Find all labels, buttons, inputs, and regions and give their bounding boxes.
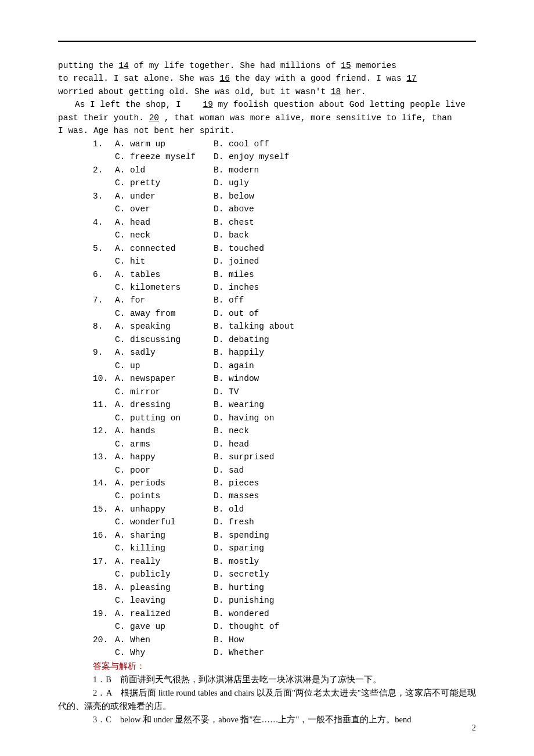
question-row-second: C. prettyD. ugly bbox=[93, 177, 476, 189]
option-a: A. speaking bbox=[115, 320, 214, 333]
option-d: D. having on bbox=[214, 412, 274, 424]
option-b: B. cool off bbox=[214, 138, 269, 150]
option-d: D. again bbox=[214, 359, 254, 372]
question-number: 12. bbox=[93, 424, 115, 437]
answer-explanation-1: 1．B 前面讲到天气很热，到冰淇淋店里去吃一块冰淇淋是为了凉快一下。 bbox=[58, 673, 476, 686]
option-b: B. How bbox=[214, 633, 244, 646]
question-row-second: C. putting onD. having on bbox=[93, 412, 476, 424]
option-b: B. off bbox=[214, 294, 244, 307]
option-b: B. window bbox=[214, 372, 259, 385]
blank-15: 15 bbox=[341, 59, 351, 72]
document-page: putting the 14 of my life together. She … bbox=[0, 0, 534, 756]
passage-line-2: to recall. I sat alone. She was 16 the d… bbox=[58, 72, 476, 85]
passage-text: , that woman was more alive, more sensit… bbox=[164, 113, 452, 123]
option-d: D. masses bbox=[214, 489, 259, 502]
question-row-second: C. WhyD. Whether bbox=[93, 646, 476, 659]
option-b: B. mostly bbox=[214, 555, 259, 568]
option-c: C. hit bbox=[115, 255, 214, 268]
option-a: A. under bbox=[115, 190, 214, 203]
option-b: B. happily bbox=[214, 346, 264, 359]
option-a: A. head bbox=[115, 216, 214, 229]
option-b: B. surprised bbox=[214, 451, 274, 463]
option-c: C. leaving bbox=[115, 594, 214, 607]
question-row-second: C. killingD. sparing bbox=[93, 542, 476, 555]
option-c: C. publicly bbox=[115, 568, 214, 581]
question-number: 19. bbox=[93, 607, 115, 620]
question-row: 13.A. happyB. surprised bbox=[93, 451, 476, 463]
blank-16: 16 bbox=[219, 72, 229, 85]
question-row-second: C. gave upD. thought of bbox=[93, 620, 476, 633]
question-number: 16. bbox=[93, 529, 115, 542]
question-row: 6.A. tablesB. miles bbox=[93, 268, 476, 281]
answer-explanation-2: 2．A 根据后面 little round tables and chairs … bbox=[58, 686, 476, 713]
option-c: C. putting on bbox=[115, 412, 214, 424]
blank-18: 18 bbox=[331, 85, 341, 98]
option-c: C. Why bbox=[115, 646, 214, 659]
question-row: 14.A. periodsB. pieces bbox=[93, 477, 476, 489]
passage-text: past their youth. bbox=[58, 113, 149, 123]
option-d: D. TV bbox=[214, 386, 239, 398]
question-number: 4. bbox=[93, 216, 115, 229]
option-b: B. miles bbox=[214, 268, 254, 281]
question-number: 13. bbox=[93, 451, 115, 463]
option-d: D. above bbox=[214, 203, 254, 215]
question-row: 8.A. speakingB. talking about bbox=[93, 320, 476, 333]
question-number: 6. bbox=[93, 268, 115, 281]
question-number: 20. bbox=[93, 633, 115, 646]
option-c: C. mirror bbox=[115, 386, 214, 398]
option-c: C. killing bbox=[115, 542, 214, 555]
passage-text: the day with a good friend. I was bbox=[235, 74, 407, 83]
option-a: A. sadly bbox=[115, 346, 214, 359]
option-d: D. sparing bbox=[214, 542, 264, 555]
question-row: 18.A. pleasingB. hurting bbox=[93, 581, 476, 594]
passage-text: her. bbox=[346, 87, 366, 96]
option-b: B. touched bbox=[214, 242, 264, 255]
option-b: B. pieces bbox=[214, 477, 259, 489]
passage-text: memories bbox=[356, 61, 396, 70]
question-row-second: C. pointsD. masses bbox=[93, 489, 476, 502]
question-row: 17.A. reallyB. mostly bbox=[93, 555, 476, 568]
question-row: 10.A. newspaperB. window bbox=[93, 372, 476, 385]
option-d: D. out of bbox=[214, 307, 259, 320]
question-row: 19.A. realizedB. wondered bbox=[93, 607, 476, 620]
option-b: B. wondered bbox=[214, 607, 269, 620]
question-row-second: C. leavingD. punishing bbox=[93, 594, 476, 607]
option-b: B. talking about bbox=[214, 320, 294, 333]
blank-17: 17 bbox=[406, 72, 416, 85]
option-a: A. old bbox=[115, 164, 214, 177]
question-row: 1.A. warm upB. cool off bbox=[93, 138, 476, 150]
option-c: C. poor bbox=[115, 464, 214, 477]
blank-20: 20 bbox=[149, 111, 159, 124]
passage-text: As I left the shop, I bbox=[75, 100, 186, 109]
question-row-second: C. kilometersD. inches bbox=[93, 281, 476, 294]
question-number: 17. bbox=[93, 555, 115, 568]
passage-line-4: As I left the shop, I 19 my foolish ques… bbox=[58, 98, 476, 111]
option-d: D. thought of bbox=[214, 620, 279, 633]
option-b: B. spending bbox=[214, 529, 269, 542]
option-a: A. realized bbox=[115, 607, 214, 620]
question-row: 9.A. sadlyB. happily bbox=[93, 346, 476, 359]
option-b: B. chest bbox=[214, 216, 254, 229]
passage-line-5: past their youth. 20 , that woman was mo… bbox=[58, 111, 476, 124]
passage-text: my foolish question about God letting pe… bbox=[218, 100, 466, 109]
option-d: D. head bbox=[214, 438, 249, 451]
answer-explanation-3: 3．C below 和 under 显然不妥，above 指"在……上方"，一般… bbox=[58, 713, 476, 726]
option-b: B. below bbox=[214, 190, 254, 203]
question-number: 9. bbox=[93, 346, 115, 359]
question-number: 2. bbox=[93, 164, 115, 177]
question-number: 3. bbox=[93, 190, 115, 203]
question-number: 7. bbox=[93, 294, 115, 307]
question-row: 15.A. unhappyB. old bbox=[93, 503, 476, 516]
question-row-second: C. discussingD. debating bbox=[93, 333, 476, 346]
option-a: A. sharing bbox=[115, 529, 214, 542]
passage-line-1: putting the 14 of my life together. She … bbox=[58, 59, 476, 72]
passage-line-6: I was. Age has not bent her spirit. bbox=[58, 124, 476, 137]
option-c: C. gave up bbox=[115, 620, 214, 633]
question-row: 12.A. handsB. neck bbox=[93, 424, 476, 437]
option-a: A. When bbox=[115, 633, 214, 646]
question-row-second: C. upD. again bbox=[93, 359, 476, 372]
option-d: D. sad bbox=[214, 464, 244, 477]
option-a: A. periods bbox=[115, 477, 214, 489]
option-c: C. over bbox=[115, 203, 214, 215]
passage-text: to recall. I sat alone. She was bbox=[58, 74, 219, 83]
